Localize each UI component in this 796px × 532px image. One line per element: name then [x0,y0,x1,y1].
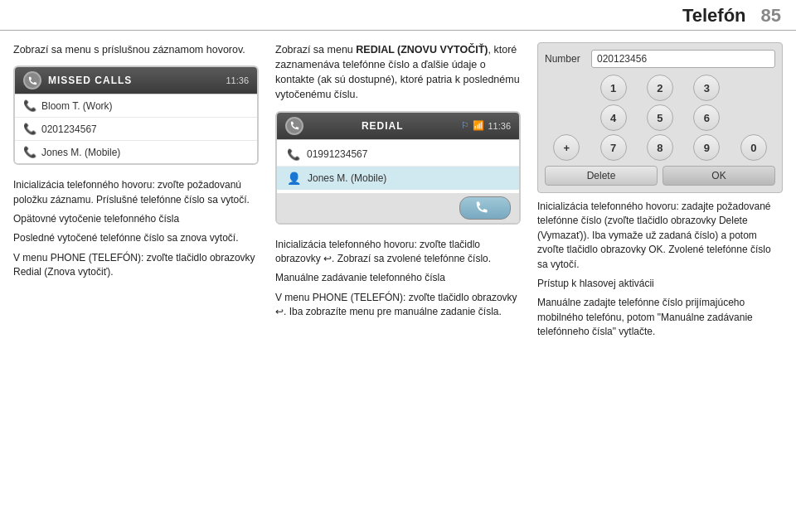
phone-icon [289,120,300,131]
page-number: 85 [761,5,781,27]
list-item[interactable]: 📞 Jones M. (Mobile) [15,141,257,163]
numpad-key-5[interactable]: 5 [647,104,673,131]
col1-para-4: V menu PHONE (TELEFÓN): zvoľte tlačidlo … [13,251,259,280]
col1-para-3: Posledné vytočené telefónne číslo sa zno… [13,231,259,245]
call-icon: 📞 [23,99,36,112]
numpad-empty [740,104,767,131]
mc-item-name: Bloom T. (Work) [41,100,113,112]
mc-item-name: Jones M. (Mobile) [41,147,120,158]
list-item[interactable]: 📞 01991234567 [277,143,519,167]
mc-list: 📞 Bloom T. (Work) 📞 0201234567 📞 Jones M… [15,94,257,163]
column-3: Number 020123456 1 2 3 4 5 6 + 7 8 [529,42,788,526]
numpad-empty [553,104,580,131]
col3-para-2: Prístup k hlasovej aktivácii [537,277,783,291]
main-content: Zobrazí sa menu s príslušnou záznamom ho… [0,31,796,526]
column-1: Zobrazí sa menu s príslušnou záznamom ho… [8,42,267,526]
numpad-display: Number 020123456 [545,50,775,68]
call-icon: 📞 [23,123,36,135]
col2-body-text: Inicializácia telefonného hovoru: zvoľte… [275,238,521,325]
bluetooth-icon: ⚐ [461,120,469,131]
page-title: Telefón [682,5,746,27]
numpad-key-9[interactable]: 9 [693,134,720,161]
numpad-key-4[interactable]: 4 [600,104,627,131]
mc-header: MISSED CALLS 11:36 [15,67,257,94]
numpad-empty [740,75,767,101]
col2-intro-text: Zobrazí sa menu REDIAL (ZNOVU VYTOČIŤ), … [275,44,520,100]
list-item[interactable]: 👤 Jones M. (Mobile) [277,167,519,190]
col2-para-2: Manuálne zadávanie telefonného čísla [275,271,521,285]
numpad-key-7[interactable]: 7 [600,134,627,161]
list-item[interactable]: 📞 0201234567 [15,118,257,141]
redial-header-status: ⚐ 📶 11:36 [461,120,511,131]
redial-footer [277,193,519,223]
mc-header-icon [23,71,41,89]
col2-para-1: Inicializácia telefonného hovoru: zvoľte… [275,238,521,267]
col1-para-2: Opätovné vytočenie telefonného čísla [13,212,259,226]
column-2: Zobrazí sa menu REDIAL (ZNOVU VYTOČIŤ), … [267,42,529,526]
col2-para-3: V menu PHONE (TELEFÓN): zvoľte tlačidlo … [275,291,521,320]
redial-list: 📞 01991234567 👤 Jones M. (Mobile) [277,139,519,193]
numpad-screen: Number 020123456 1 2 3 4 5 6 + 7 8 [537,42,783,193]
numpad-actions: Delete OK [545,166,775,186]
redial-time: 11:36 [488,121,511,131]
mc-header-title: MISSED CALLS [48,75,219,86]
redial-header-icon [285,117,303,135]
col1-body-text: Inicializácia telefonného hovoru: zvoľte… [13,178,259,284]
contact-icon: 👤 [287,172,301,185]
ok-button[interactable]: OK [663,166,775,186]
numpad-key-6[interactable]: 6 [693,104,720,131]
delete-button[interactable]: Delete [545,166,658,186]
phone-icon [27,75,38,86]
signal-icon: 📶 [473,120,484,131]
col3-para-3: Manuálne zadajte telefónne číslo prijíma… [537,296,783,339]
col1-para-1: Inicializácia telefonného hovoru: zvoľte… [13,178,259,207]
numpad-key-plus[interactable]: + [553,134,580,161]
redial-item-1: 01991234567 [307,148,367,160]
redial-header-title: REDIAL [310,120,454,132]
missed-calls-screen: MISSED CALLS 11:36 📞 Bloom T. (Work) 📞 0… [13,65,259,165]
numpad-value: 020123456 [591,50,775,68]
redial-screen: REDIAL ⚐ 📶 11:36 📞 01991234567 👤 Jones M… [275,111,521,225]
numpad-label: Number [545,53,586,65]
col3-para-1: Inicializácia telefonného hovoru: zadajt… [537,200,783,272]
col1-intro: Zobrazí sa menu s príslušnou záznamom ho… [13,42,259,57]
col2-intro: Zobrazí sa menu REDIAL (ZNOVU VYTOČIŤ), … [275,42,521,103]
numpad-key-0[interactable]: 0 [740,134,767,161]
numpad-key-3[interactable]: 3 [693,75,720,101]
numpad-empty [553,75,580,101]
call-icon: 📞 [23,146,36,158]
mc-header-time: 11:36 [226,75,249,85]
mc-item-name: 0201234567 [41,123,97,135]
redial-item-2: Jones M. (Mobile) [308,172,386,184]
page-header: Telefón 85 [0,0,796,31]
numpad-key-2[interactable]: 2 [647,75,673,101]
col3-body-text: Inicializácia telefonného hovoru: zadajt… [537,200,783,345]
redial-call-button[interactable] [459,196,511,220]
numpad-key-1[interactable]: 1 [600,75,627,101]
redial-header: REDIAL ⚐ 📶 11:36 [277,113,519,139]
numpad-key-8[interactable]: 8 [647,134,673,161]
list-item[interactable]: 📞 Bloom T. (Work) [15,94,257,118]
phone-icon: 📞 [287,148,300,161]
call-button-icon [473,200,497,215]
numpad-grid: 1 2 3 4 5 6 + 7 8 9 0 [545,75,775,161]
